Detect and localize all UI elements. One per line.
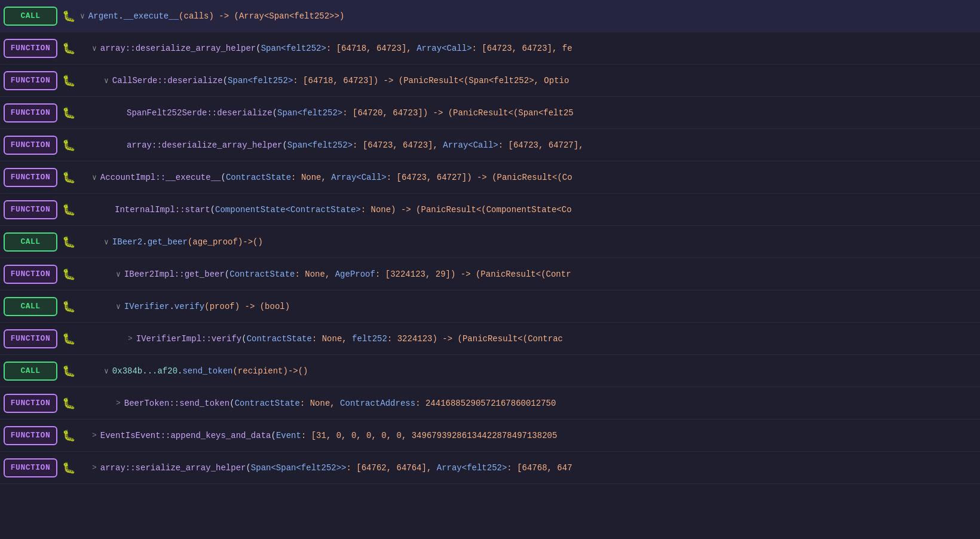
trace-row-9[interactable]: CALL🐛∨IVerifier.verify(proof) -> (bool) bbox=[0, 290, 980, 323]
badge-function-14: FUNCTION bbox=[4, 458, 57, 477]
code-content-10: >IVerifierImpl::verify(ContractState: No… bbox=[80, 334, 563, 344]
trace-row-0[interactable]: CALL🐛∨Argent.__execute__(calls) -> (Arra… bbox=[0, 0, 980, 32]
code-line-9: IVerifier.verify(proof) -> (bool) bbox=[124, 302, 290, 311]
trace-row-7[interactable]: CALL🐛∨IBeer2.get_beer(age_proof)->() bbox=[0, 226, 980, 258]
chevron-14[interactable]: > bbox=[92, 463, 97, 472]
code-content-7: ∨IBeer2.get_beer(age_proof)->() bbox=[80, 237, 263, 247]
code-content-8: ∨IBeer2Impl::get_beer(ContractState: Non… bbox=[80, 270, 571, 279]
chevron-0[interactable]: ∨ bbox=[80, 11, 85, 21]
code-line-12: BeerToken::send_token(ContractState: Non… bbox=[124, 399, 556, 408]
code-content-4: array::deserialize_array_helper(Span<fel… bbox=[80, 140, 584, 150]
badge-function-5: FUNCTION bbox=[4, 168, 57, 187]
bug-icon-13[interactable]: 🐛 bbox=[62, 429, 75, 442]
badge-call-11: CALL bbox=[4, 362, 57, 381]
code-line-6: InternalImpl::start(ComponentState<Contr… bbox=[115, 205, 572, 215]
badge-function-3: FUNCTION bbox=[4, 103, 57, 122]
badge-function-2: FUNCTION bbox=[4, 71, 57, 90]
chevron-9[interactable]: ∨ bbox=[116, 302, 121, 311]
code-content-1: ∨array::deserialize_array_helper(Span<fe… bbox=[80, 44, 572, 53]
badge-call-9: CALL bbox=[4, 297, 57, 316]
bug-icon-6[interactable]: 🐛 bbox=[62, 203, 75, 216]
code-line-4: array::deserialize_array_helper(Span<fel… bbox=[127, 140, 584, 150]
badge-function-1: FUNCTION bbox=[4, 39, 57, 58]
trace-row-4[interactable]: FUNCTION🐛array::deserialize_array_helper… bbox=[0, 129, 980, 161]
trace-row-10[interactable]: FUNCTION🐛>IVerifierImpl::verify(Contract… bbox=[0, 323, 980, 355]
bug-icon-3[interactable]: 🐛 bbox=[62, 106, 75, 120]
code-line-14: array::serialize_array_helper(Span<Span<… bbox=[100, 463, 572, 473]
trace-row-8[interactable]: FUNCTION🐛∨IBeer2Impl::get_beer(ContractS… bbox=[0, 258, 980, 290]
trace-row-13[interactable]: FUNCTION🐛>EventIsEvent::append_keys_and_… bbox=[0, 419, 980, 452]
chevron-8[interactable]: ∨ bbox=[116, 270, 121, 279]
code-line-13: EventIsEvent::append_keys_and_data(Event… bbox=[100, 431, 558, 440]
trace-row-5[interactable]: FUNCTION🐛∨AccountImpl::__execute__(Contr… bbox=[0, 161, 980, 194]
code-line-10: IVerifierImpl::verify(ContractState: Non… bbox=[136, 334, 563, 344]
badge-function-12: FUNCTION bbox=[4, 394, 57, 413]
code-line-5: AccountImpl::__execute__(ContractState: … bbox=[100, 173, 572, 182]
chevron-2[interactable]: ∨ bbox=[104, 76, 109, 85]
code-line-7: IBeer2.get_beer(age_proof)->() bbox=[112, 237, 263, 247]
trace-row-3[interactable]: FUNCTION🐛SpanFelt252Serde::deserialize(S… bbox=[0, 97, 980, 129]
badge-function-8: FUNCTION bbox=[4, 265, 57, 284]
code-content-3: SpanFelt252Serde::deserialize(Span<felt2… bbox=[80, 108, 574, 118]
code-line-1: array::deserialize_array_helper(Span<fel… bbox=[100, 44, 572, 53]
bug-icon-7[interactable]: 🐛 bbox=[62, 235, 75, 249]
code-content-0: ∨Argent.__execute__(calls) -> (Array<Spa… bbox=[80, 11, 344, 21]
bug-icon-11[interactable]: 🐛 bbox=[62, 365, 75, 378]
trace-row-12[interactable]: FUNCTION🐛>BeerToken::send_token(Contract… bbox=[0, 387, 980, 419]
chevron-5[interactable]: ∨ bbox=[92, 173, 97, 182]
code-content-13: >EventIsEvent::append_keys_and_data(Even… bbox=[80, 431, 557, 440]
code-line-0: Argent.__execute__(calls) -> (Array<Span… bbox=[88, 11, 345, 21]
badge-call-0: CALL bbox=[4, 7, 57, 26]
trace-row-2[interactable]: FUNCTION🐛∨CallSerde::deserialize(Span<fe… bbox=[0, 65, 980, 97]
badge-function-6: FUNCTION bbox=[4, 200, 57, 219]
bug-icon-8[interactable]: 🐛 bbox=[62, 268, 75, 281]
bug-icon-1[interactable]: 🐛 bbox=[62, 42, 75, 55]
bug-icon-14[interactable]: 🐛 bbox=[62, 461, 75, 474]
bug-icon-4[interactable]: 🐛 bbox=[62, 139, 75, 152]
bug-icon-5[interactable]: 🐛 bbox=[62, 171, 75, 184]
code-content-2: ∨CallSerde::deserialize(Span<felt252>: [… bbox=[80, 76, 569, 85]
code-content-6: InternalImpl::start(ComponentState<Contr… bbox=[80, 205, 572, 215]
chevron-11[interactable]: ∨ bbox=[104, 366, 109, 376]
chevron-10[interactable]: > bbox=[128, 334, 133, 343]
trace-row-11[interactable]: CALL🐛∨0x384b...af20.send_token(recipient… bbox=[0, 355, 980, 387]
bug-icon-12[interactable]: 🐛 bbox=[62, 397, 75, 410]
trace-row-14[interactable]: FUNCTION🐛>array::serialize_array_helper(… bbox=[0, 452, 980, 484]
badge-function-4: FUNCTION bbox=[4, 136, 57, 155]
code-content-9: ∨IVerifier.verify(proof) -> (bool) bbox=[80, 302, 290, 311]
bug-icon-0[interactable]: 🐛 bbox=[62, 10, 75, 23]
code-line-11: 0x384b...af20.send_token(recipient)->() bbox=[112, 366, 308, 376]
code-content-12: >BeerToken::send_token(ContractState: No… bbox=[80, 399, 556, 408]
code-line-3: SpanFelt252Serde::deserialize(Span<felt2… bbox=[127, 108, 574, 118]
bug-icon-10[interactable]: 🐛 bbox=[62, 332, 75, 345]
chevron-12[interactable]: > bbox=[116, 399, 121, 408]
trace-row-6[interactable]: FUNCTION🐛InternalImpl::start(ComponentSt… bbox=[0, 194, 980, 226]
chevron-13[interactable]: > bbox=[92, 431, 97, 440]
chevron-7[interactable]: ∨ bbox=[104, 237, 109, 247]
code-content-5: ∨AccountImpl::__execute__(ContractState:… bbox=[80, 173, 572, 182]
bug-icon-9[interactable]: 🐛 bbox=[62, 300, 75, 313]
code-content-14: >array::serialize_array_helper(Span<Span… bbox=[80, 463, 572, 473]
code-line-2: CallSerde::deserialize(Span<felt252>: [6… bbox=[112, 76, 569, 85]
badge-function-10: FUNCTION bbox=[4, 329, 57, 348]
badge-function-13: FUNCTION bbox=[4, 426, 57, 445]
code-line-8: IBeer2Impl::get_beer(ContractState: None… bbox=[124, 270, 571, 279]
chevron-1[interactable]: ∨ bbox=[92, 44, 97, 53]
bug-icon-2[interactable]: 🐛 bbox=[62, 74, 75, 87]
trace-row-1[interactable]: FUNCTION🐛∨array::deserialize_array_helpe… bbox=[0, 32, 980, 65]
badge-call-7: CALL bbox=[4, 232, 57, 252]
trace-container: CALL🐛∨Argent.__execute__(calls) -> (Arra… bbox=[0, 0, 980, 539]
code-content-11: ∨0x384b...af20.send_token(recipient)->() bbox=[80, 366, 308, 376]
